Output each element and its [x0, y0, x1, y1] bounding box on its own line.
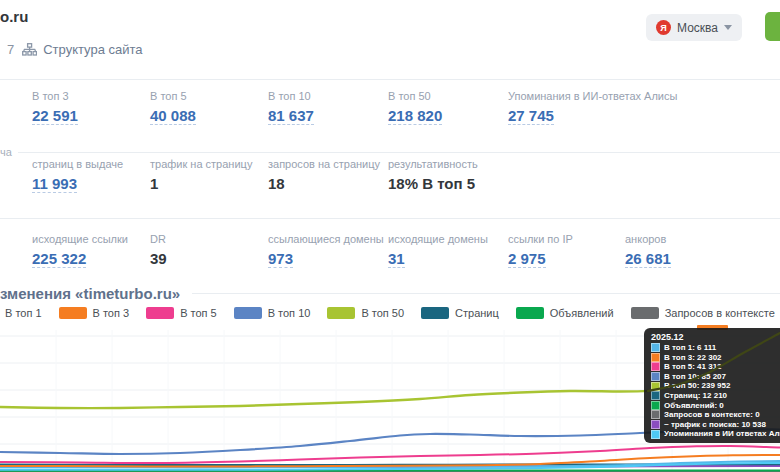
stat-value: 1: [150, 175, 158, 192]
chevron-down-icon: [724, 25, 732, 30]
tooltip-text: В топ 10: 85 207: [664, 372, 726, 382]
stat-value[interactable]: 22 591: [32, 107, 78, 125]
top-divider: [0, 79, 780, 80]
subheader-counter: 7: [7, 42, 14, 57]
site-structure-link[interactable]: Структура сайта: [22, 42, 142, 57]
stat-r1-2: В топ 1081 637: [268, 90, 388, 125]
tooltip-swatch: [651, 391, 660, 400]
legend-item-5[interactable]: Страниц: [421, 307, 499, 319]
stat-value[interactable]: 81 637: [268, 107, 314, 125]
stat-value[interactable]: 225 322: [32, 250, 86, 268]
links-section-divider: [0, 218, 780, 219]
tooltip-row-8: ~ трафик с поиска: 10 538: [651, 420, 780, 430]
stat-r3-0: исходящие ссылки225 322: [32, 233, 150, 268]
subheader-row: 7 Структура сайта: [7, 42, 143, 57]
stat-r1-3: В топ 50218 820: [388, 90, 508, 125]
tooltip-row-4: В топ 50: 239 952: [651, 381, 780, 391]
page-title: o.ru: [0, 8, 28, 25]
legend-label: В топ 10: [268, 307, 311, 319]
serp-section-divider: ча: [0, 146, 780, 158]
legend-label: В топ 5: [180, 307, 217, 319]
divider-line: [18, 152, 780, 153]
tooltip-text: В топ 1: 6 111: [664, 343, 716, 353]
primary-action-button[interactable]: [765, 12, 780, 41]
stat-r2-2: запросов на страницу18: [268, 158, 388, 193]
stat-value[interactable]: 27 745: [508, 107, 554, 125]
legend-item-2[interactable]: В топ 5: [146, 307, 217, 319]
site-structure-label: Структура сайта: [43, 42, 142, 57]
legend-label: В топ 50: [361, 307, 404, 319]
stat-label: трафик на страницу: [150, 158, 268, 170]
legend-label: Объявлений: [550, 307, 614, 319]
stat-label: результативность: [388, 158, 780, 170]
visibility-stats-row: В топ 322 591В топ 540 088В топ 1081 637…: [32, 90, 780, 125]
stat-label: В топ 5: [150, 90, 268, 102]
site-structure-icon: [22, 43, 37, 56]
links-stats-row: исходящие ссылки225 322DR39ссылающиеся д…: [32, 233, 780, 268]
stat-label: В топ 3: [32, 90, 150, 102]
stat-label: Упоминания в ИИ-ответах Алисы: [508, 90, 780, 102]
stat-r3-3: исходящие домены31: [388, 233, 508, 268]
tooltip-text: В топ 3: 22 302: [664, 353, 722, 363]
stat-value[interactable]: 973: [268, 250, 293, 268]
tooltip-text: ~ трафик с поиска: 10 538: [664, 420, 766, 430]
stat-r3-2: ссылающиеся домены973: [268, 233, 388, 268]
stat-label: запросов на страницу: [268, 158, 388, 170]
tooltip-swatch: [651, 401, 660, 410]
tooltip-swatch: [651, 410, 660, 419]
legend-label: Запросов в контексте: [665, 307, 775, 319]
tooltip-text: Запросов в контексте: 0: [664, 410, 760, 420]
legend-item-0[interactable]: В топ 1: [0, 307, 42, 319]
tooltip-row-9: Упоминания в ИИ ответах Алисы: 25 1: [651, 429, 780, 439]
legend-swatch: [631, 307, 659, 319]
series-line-В топ 50: [0, 391, 648, 408]
tooltip-swatch: [651, 343, 660, 352]
tooltip-text: Упоминания в ИИ ответах Алисы: 25 1: [664, 429, 780, 439]
stat-r1-1: В топ 540 088: [150, 90, 268, 125]
legend-swatch: [146, 307, 174, 319]
legend-item-7[interactable]: Запросов в контексте: [631, 307, 775, 319]
tooltip-row-2: В топ 5: 41 312: [651, 362, 780, 372]
stat-label: В топ 50: [388, 90, 508, 102]
tooltip-date: 2025.12: [651, 332, 780, 343]
tooltip-swatch: [651, 420, 660, 429]
legend-swatch: [421, 307, 449, 319]
tooltip-row-1: В топ 3: 22 302: [651, 353, 780, 363]
stat-label: ссылки по IP: [508, 233, 625, 245]
chart-legend: В топ 1В топ 3В топ 5В топ 10В топ 50Стр…: [0, 307, 780, 319]
legend-item-4[interactable]: В топ 50: [327, 307, 404, 319]
tooltip-text: Страниц: 12 210: [664, 391, 727, 401]
stat-value[interactable]: 31: [388, 250, 405, 268]
dashboard-page: o.ru 7 Структура сайта Я Москва: [0, 0, 780, 472]
stat-label: DR: [150, 233, 268, 245]
tooltip-row-7: Запросов в контексте: 0: [651, 410, 780, 420]
stat-value[interactable]: 26 681: [625, 250, 671, 268]
tooltip-text: В топ 50: 239 952: [664, 381, 730, 391]
stat-r3-1: DR39: [150, 233, 268, 268]
region-selector-button[interactable]: Я Москва: [646, 14, 742, 41]
legend-item-6[interactable]: Объявлений: [516, 307, 614, 319]
stat-r1-0: В топ 322 591: [32, 90, 150, 125]
stat-label: исходящие ссылки: [32, 233, 150, 245]
legend-label: В топ 1: [5, 307, 42, 319]
tooltip-swatch: [651, 430, 660, 439]
serp-stats-row: страниц в выдаче11 993трафик на страницу…: [32, 158, 780, 193]
serp-section-label: ча: [0, 146, 12, 158]
tooltip-swatch: [651, 382, 660, 391]
legend-item-1[interactable]: В топ 3: [59, 307, 130, 319]
tooltip-swatch: [651, 353, 660, 362]
tooltip-text: В топ 5: 41 312: [664, 362, 722, 372]
stat-value[interactable]: 2 975: [508, 250, 546, 268]
legend-label: Страниц: [455, 307, 499, 319]
stat-r1-4: Упоминания в ИИ-ответах Алисы27 745: [508, 90, 780, 125]
stat-value[interactable]: 11 993: [32, 175, 77, 193]
stat-label: ссылающиеся домены: [268, 233, 388, 245]
stat-value[interactable]: 40 088: [150, 107, 196, 125]
changes-title: зменения «timeturbo.ru»: [0, 285, 180, 302]
legend-item-3[interactable]: В топ 10: [234, 307, 311, 319]
stat-r2-0: страниц в выдаче11 993: [32, 158, 150, 193]
legend-swatch: [59, 307, 87, 319]
stat-value: 39: [150, 250, 167, 267]
chart-tooltip: 2025.12 В топ 1: 6 111В топ 3: 22 302В т…: [644, 328, 780, 443]
stat-value[interactable]: 218 820: [388, 107, 442, 125]
